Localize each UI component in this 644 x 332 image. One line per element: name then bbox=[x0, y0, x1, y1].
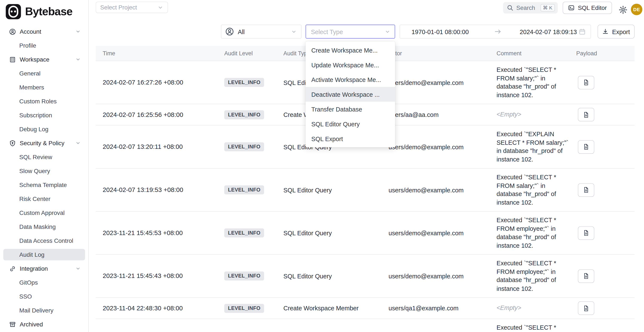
sidebar-item-archived[interactable]: Archived bbox=[3, 319, 85, 330]
payload-button[interactable] bbox=[578, 226, 594, 240]
brand[interactable]: Bytebase bbox=[0, 0, 88, 23]
select-project-dropdown[interactable]: Select Project bbox=[96, 2, 168, 13]
sql-editor-button[interactable]: SQL Editor bbox=[562, 2, 612, 14]
audit-level-badge: LEVEL_INFO bbox=[224, 304, 264, 313]
payload-button[interactable] bbox=[578, 269, 594, 283]
sidebar-item-data-access-control[interactable]: Data Access Control bbox=[3, 235, 85, 247]
sidebar-item-custom-roles[interactable]: Custom Roles bbox=[3, 95, 85, 107]
sidebar-item-slow-query[interactable]: Slow Query bbox=[3, 165, 85, 177]
sidebar-item-sso[interactable]: SSO bbox=[3, 291, 85, 302]
date-start: 1970-01-01 08:00:00 bbox=[412, 28, 469, 35]
type-option-sql-editor-query[interactable]: SQL Editor Query bbox=[306, 117, 395, 131]
sidebar-item-integration[interactable]: Integration bbox=[3, 263, 85, 275]
file-icon bbox=[583, 186, 590, 193]
file-icon bbox=[583, 273, 590, 279]
date-range-picker[interactable]: 1970-01-01 08:00:00 2024-02-07 18:09:13 bbox=[400, 25, 591, 39]
audit-level-badge: LEVEL_INFO bbox=[224, 142, 264, 151]
type-option-sql-export[interactable]: SQL Export bbox=[306, 131, 395, 146]
column-header-actor: Actor bbox=[385, 50, 496, 57]
search-placeholder: Search bbox=[516, 4, 538, 11]
sidebar-item-risk-center[interactable]: Risk Center bbox=[3, 193, 85, 205]
chevron-down-icon bbox=[75, 57, 81, 62]
chevron-down-icon bbox=[75, 140, 81, 146]
cell-payload bbox=[573, 140, 634, 154]
file-icon bbox=[583, 144, 590, 150]
type-option-activate-workspace-me[interactable]: Activate Workspace Me... bbox=[306, 72, 395, 87]
sidebar-item-label: Risk Center bbox=[19, 196, 50, 202]
cell-audit-level: LEVEL_INFO bbox=[224, 228, 283, 237]
column-header-audit-level: Audit Level bbox=[224, 50, 283, 57]
sql-editor-label: SQL Editor bbox=[578, 4, 607, 11]
type-filter-placeholder: Select Type bbox=[311, 28, 384, 35]
export-label: Export bbox=[612, 28, 630, 35]
sidebar-item-account[interactable]: Account bbox=[3, 26, 85, 37]
sidebar-item-label: Members bbox=[19, 84, 44, 91]
cell-comment: Executed `"SELECT * FROM salary;"` in da… bbox=[497, 168, 573, 211]
cell-time: 2023-11-04 22:48:30 +08:00 bbox=[96, 305, 224, 312]
payload-button[interactable] bbox=[578, 301, 594, 315]
cell-comment: Executed `"SELECT * FROM department;"` i… bbox=[497, 319, 573, 332]
sidebar-item-general[interactable]: General bbox=[3, 68, 85, 79]
bytebase-logo bbox=[6, 4, 21, 19]
sidebar-item-sql-review[interactable]: SQL Review bbox=[3, 152, 85, 163]
cell-audit-type: SQL Editor Query bbox=[283, 229, 385, 237]
sidebar-item-members[interactable]: Members bbox=[3, 81, 85, 93]
sidebar-item-label: Profile bbox=[19, 42, 36, 49]
sidebar-item-subscription[interactable]: Subscription bbox=[3, 110, 85, 121]
table-row: 2023-11-04 22:48:30 +08:00LEVEL_INFOCrea… bbox=[96, 298, 634, 319]
sidebar-item-workspace[interactable]: Workspace bbox=[3, 54, 85, 65]
export-button[interactable]: Export bbox=[598, 25, 634, 39]
chevron-down-icon bbox=[384, 28, 391, 35]
cell-time: 2024-02-07 13:19:53 +08:00 bbox=[96, 186, 224, 193]
table-row: 2023-11-21 15:45:53 +08:00LEVEL_INFOSQL … bbox=[96, 212, 634, 255]
scope-filter-value: All bbox=[238, 28, 287, 35]
search-input[interactable]: Search ⌘ K bbox=[503, 2, 558, 14]
payload-button[interactable] bbox=[578, 76, 594, 89]
cell-comment: Executed `"EXPLAIN SELECT * FROM salary;… bbox=[497, 126, 573, 168]
type-option-update-workspace-me[interactable]: Update Workspace Me... bbox=[306, 57, 395, 72]
column-header-time: Time bbox=[96, 50, 224, 57]
cell-audit-level: LEVEL_INFO bbox=[224, 78, 283, 87]
scope-filter-select[interactable]: All bbox=[221, 25, 302, 39]
cell-time: 2024-02-07 13:20:11 +08:00 bbox=[96, 143, 224, 150]
table-row: 2024-02-07 13:19:53 +08:00LEVEL_INFOSQL … bbox=[96, 168, 634, 212]
payload-button[interactable] bbox=[578, 108, 594, 121]
sidebar-nav: AccountProfileWorkspaceGeneralMembersCus… bbox=[0, 23, 88, 330]
cell-actor: users/demo@example.com bbox=[385, 229, 496, 237]
payload-button[interactable] bbox=[578, 140, 594, 154]
cell-actor: users/aa@aa.com bbox=[385, 111, 496, 118]
sidebar-item-gitops[interactable]: GitOps bbox=[3, 277, 85, 289]
type-filter-select[interactable]: Select Type bbox=[306, 25, 395, 39]
sidebar-item-label: Data Masking bbox=[19, 223, 56, 230]
cell-time: 2023-11-21 15:45:53 +08:00 bbox=[96, 229, 224, 237]
sidebar-item-label: Data Access Control bbox=[19, 237, 73, 244]
app: Bytebase AccountProfileWorkspaceGeneralM… bbox=[0, 0, 644, 332]
type-option-transfer-database[interactable]: Transfer Database bbox=[306, 102, 395, 117]
type-option-deactivate-workspace[interactable]: Deactivate Workspace ... bbox=[306, 87, 395, 102]
type-option-create-workspace-me[interactable]: Create Workspace Me... bbox=[306, 43, 395, 57]
sidebar-item-label: Workspace bbox=[20, 56, 50, 63]
gear-icon bbox=[618, 5, 628, 14]
sidebar: Bytebase AccountProfileWorkspaceGeneralM… bbox=[0, 0, 89, 332]
audit-level-badge: LEVEL_INFO bbox=[224, 272, 264, 281]
download-icon bbox=[602, 28, 609, 35]
account-icon bbox=[9, 28, 16, 35]
sidebar-item-debug-log[interactable]: Debug Log bbox=[3, 124, 85, 135]
avatar[interactable]: DE bbox=[631, 4, 642, 15]
sidebar-item-schema-template[interactable]: Schema Template bbox=[3, 179, 85, 191]
sidebar-item-mail-delivery[interactable]: Mail Delivery bbox=[3, 305, 85, 316]
audit-level-badge: LEVEL_INFO bbox=[224, 78, 264, 87]
table-row: 2023-11-21 15:45:43 +08:00LEVEL_INFOSQL … bbox=[96, 255, 634, 298]
sidebar-item-label: Debug Log bbox=[19, 126, 48, 133]
sidebar-item-security-policy[interactable]: Security & Policy bbox=[3, 138, 85, 149]
sidebar-item-custom-approval[interactable]: Custom Approval bbox=[3, 207, 85, 219]
sidebar-item-data-masking[interactable]: Data Masking bbox=[3, 221, 85, 233]
payload-button[interactable] bbox=[578, 183, 594, 197]
settings-button[interactable] bbox=[618, 4, 628, 15]
sidebar-item-label: Mail Delivery bbox=[19, 307, 54, 314]
integration-icon bbox=[9, 265, 16, 272]
sidebar-item-profile[interactable]: Profile bbox=[3, 40, 85, 51]
sidebar-item-audit-log[interactable]: Audit Log bbox=[3, 249, 85, 261]
cell-time: 2024-02-07 16:27:26 +08:00 bbox=[96, 79, 224, 86]
cell-actor: users/demo@example.com bbox=[385, 143, 496, 150]
